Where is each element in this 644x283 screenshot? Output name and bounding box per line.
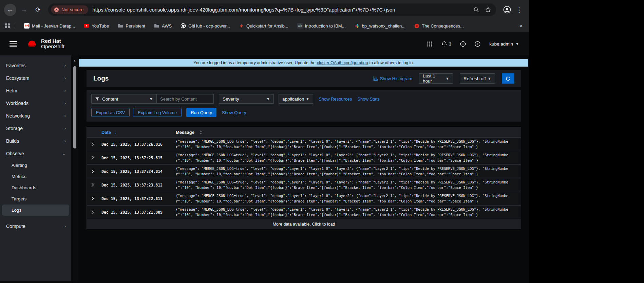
bookmark-edx[interactable]: edX Introduction to IBM... <box>295 22 348 30</box>
profile-icon[interactable] <box>501 4 513 16</box>
sidebar-item-label: Helm <box>6 88 17 93</box>
log-message: {"message": "MERGE_JSON_LOG=true", "leve… <box>176 153 521 163</box>
attribute-filter-select[interactable]: Content ▼ <box>91 94 157 104</box>
bookmark-mail[interactable]: Mail - Jeevan Darap... <box>21 22 78 30</box>
expand-row-button[interactable] <box>87 210 100 214</box>
red-site-icon <box>414 23 419 29</box>
sidebar-item-metrics[interactable]: Metrics <box>0 171 71 182</box>
filters-toolbar: Content ▼ Severity ▼ application ▼ Show … <box>87 90 521 122</box>
expand-row-button[interactable] <box>87 196 100 201</box>
sidebar-item-workloads[interactable]: Workloads› <box>0 97 71 109</box>
bookmark-youtube[interactable]: YouTube <box>81 22 112 30</box>
sync-icon <box>506 76 511 81</box>
screen: ← → ⟳ Not secure https://console-openshi… <box>0 0 644 283</box>
explain-log-volume-button[interactable]: Explain Log Volume <box>133 108 182 117</box>
oauth-config-link[interactable]: cluster OAuth configuration <box>317 60 368 65</box>
sidebar-item-observe[interactable]: Observe⌄ <box>0 147 71 160</box>
log-row[interactable]: Dec 15, 2025, 13:37:22.811 {"message": "… <box>87 192 521 205</box>
bookmarks-bar: Mail - Jeevan Darap... YouTube Persisten… <box>0 19 529 32</box>
log-row[interactable]: Dec 15, 2025, 13:37:25.815 {"message": "… <box>87 151 521 164</box>
sync-refresh-button[interactable] <box>502 73 514 84</box>
sidebar-item-label: Targets <box>12 196 26 201</box>
expand-row-button[interactable] <box>87 183 100 187</box>
user-name: kube:admin <box>489 41 513 47</box>
info-alert-banner: You are logged in as a temporary adminis… <box>79 59 528 67</box>
refresh-interval-select[interactable]: Refresh off ▼ <box>460 73 495 84</box>
show-resources-link[interactable]: Show Resources <box>319 96 352 102</box>
sort-both-icon[interactable] <box>200 130 202 135</box>
search-input[interactable] <box>157 94 214 104</box>
browser-window: ← → ⟳ Not secure https://console-openshi… <box>0 0 529 283</box>
sidebar-item-helm[interactable]: Helm› <box>0 84 71 97</box>
add-plus-icon[interactable] <box>460 41 466 47</box>
expand-row-button[interactable] <box>87 142 100 146</box>
date-column-header[interactable]: Date ↓ <box>100 130 176 135</box>
show-histogram-link[interactable]: Show Histogram <box>373 76 412 81</box>
user-menu[interactable]: kube:admin ▼ <box>489 41 519 47</box>
chevron-down-icon: ▼ <box>306 97 309 101</box>
bookmark-star-icon[interactable] <box>485 6 491 13</box>
bookmark-consequences[interactable]: The Consequences... <box>412 22 467 30</box>
sidebar-item-targets[interactable]: Targets <box>0 193 71 205</box>
bookmark-persistent[interactable]: Persistent <box>115 22 148 30</box>
sidebar-item-favorites[interactable]: Favorites› <box>0 59 71 72</box>
load-more-button[interactable]: More data available, Click to load <box>87 219 521 229</box>
bookmark-quickstart[interactable]: Quickstart for Ansib... <box>236 22 291 30</box>
show-query-link[interactable]: Show Query <box>222 110 246 115</box>
run-query-button[interactable]: Run Query <box>186 108 216 117</box>
sidebar-item-label: Favorites <box>6 63 26 68</box>
bookmark-label: bp_watsonx_challen... <box>362 23 406 29</box>
sidebar-item-alerting[interactable]: Alerting <box>0 160 71 171</box>
tenant-select[interactable]: application ▼ <box>279 94 313 104</box>
sidebar-item-ecosystem[interactable]: Ecosystem› <box>0 72 71 84</box>
bookmark-label: GitHub - ocp-power... <box>188 23 230 29</box>
log-row[interactable]: Dec 15, 2025, 13:37:23.812 {"message": "… <box>87 178 521 192</box>
bookmarks-overflow-icon[interactable]: » <box>517 22 525 29</box>
severity-filter-select[interactable]: Severity ▼ <box>219 94 274 104</box>
bookmark-label: The Consequences... <box>422 23 464 29</box>
sidebar-item-dashboards[interactable]: Dashboards <box>0 182 71 193</box>
back-button[interactable]: ← <box>4 4 16 16</box>
notifications-bell[interactable]: 3 <box>441 41 452 47</box>
bookmark-github[interactable]: GitHub - ocp-power... <box>178 22 233 30</box>
bookmark-aws[interactable]: AWS <box>151 22 174 30</box>
sidebar-item-logs[interactable]: Logs <box>2 205 69 216</box>
browser-menu-icon[interactable]: ⋮ <box>513 4 525 16</box>
main-content: You are logged in as a temporary adminis… <box>78 55 529 281</box>
reload-button[interactable]: ⟳ <box>32 4 44 16</box>
chevron-right-icon: › <box>64 63 66 68</box>
message-column-header[interactable]: Message <box>176 130 521 135</box>
search-icon[interactable] <box>473 6 479 13</box>
expand-row-button[interactable] <box>87 156 100 160</box>
sidebar-item-builds[interactable]: Builds› <box>0 135 71 147</box>
address-bar[interactable]: Not secure https://console-openshift-con… <box>48 3 496 16</box>
sort-descending-icon[interactable]: ↓ <box>114 130 116 135</box>
time-range-select[interactable]: Last 1 hour ▼ <box>419 73 453 84</box>
brand-line2: OpenShift <box>41 44 64 50</box>
export-csv-button[interactable]: Export as CSV <box>91 108 130 117</box>
bookmark-label: Persistent <box>126 23 145 29</box>
bookmark-slack[interactable]: bp_watsonx_challen... <box>352 22 409 30</box>
sidebar-item-networking[interactable]: Networking› <box>0 109 71 122</box>
not-secure-chip[interactable]: Not secure <box>51 5 88 14</box>
logs-table: Date ↓ Message Dec 15, 2025, 13:37:26.81… <box>87 127 521 229</box>
scroll-up-icon[interactable]: ▲ <box>71 59 78 62</box>
sidebar-item-storage[interactable]: Storage› <box>0 122 71 135</box>
log-row[interactable]: Dec 15, 2025, 13:37:21.809 {"message": "… <box>87 205 521 219</box>
log-row[interactable]: Dec 15, 2025, 13:37:24.814 {"message": "… <box>87 164 521 178</box>
chevron-right-icon: › <box>64 113 66 118</box>
sidebar-scrollbar[interactable]: ▲ <box>71 55 78 281</box>
expand-row-button[interactable] <box>87 169 100 174</box>
app-launcher-icon[interactable] <box>427 41 433 47</box>
hamburger-menu-icon[interactable] <box>10 41 17 46</box>
help-icon[interactable]: ? <box>475 41 480 47</box>
forward-button[interactable]: → <box>18 4 30 16</box>
apps-grid-icon[interactable] <box>5 23 10 29</box>
sidebar-item-compute[interactable]: Compute› <box>0 220 71 232</box>
brand-line1: Red Hat <box>41 38 64 44</box>
chevron-right-icon: › <box>64 88 66 93</box>
sidebar-item-label: Workloads <box>6 101 29 106</box>
scrollbar-thumb[interactable] <box>73 66 76 148</box>
log-row[interactable]: Dec 15, 2025, 13:37:26.816 {"message": "… <box>87 137 521 151</box>
show-stats-link[interactable]: Show Stats <box>357 96 380 102</box>
